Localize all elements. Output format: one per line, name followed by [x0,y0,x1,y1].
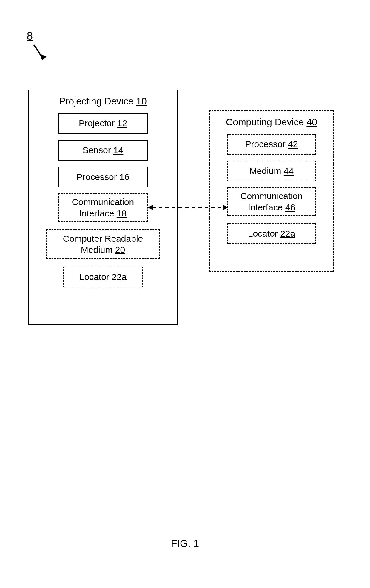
locator-box-right: Locator 22a [227,223,316,244]
sensor-box: Sensor 14 [58,140,148,161]
computing-device-container: Computing Device 40 Processor 42 Medium … [209,110,334,272]
computing-device-title: Computing Device 40 [210,111,333,128]
svg-marker-3 [223,205,228,210]
svg-marker-2 [148,205,153,210]
processor-box-right: Processor 42 [227,134,316,155]
processor-box-left: Processor 16 [58,167,148,187]
computer-readable-medium-box: Computer Readable Medium 20 [46,229,160,259]
figure-ref-arrow-icon [32,43,50,67]
figure-caption: FIG. 1 [171,538,199,549]
diagram-canvas: 8 Projecting Device 10 Projector 12 Sens… [0,0,370,588]
medium-box: Medium 44 [227,161,316,181]
projector-box: Projector 12 [58,113,148,134]
locator-box-left: Locator 22a [63,267,143,287]
projecting-device-title: Projecting Device 10 [29,90,177,107]
figure-ref-label: 8 [27,30,33,42]
comm-interface-box-right: Communication Interface 46 [227,187,316,216]
comm-interface-box-left: Communication Interface 18 [58,193,148,222]
communication-link-arrow-icon [148,203,228,212]
